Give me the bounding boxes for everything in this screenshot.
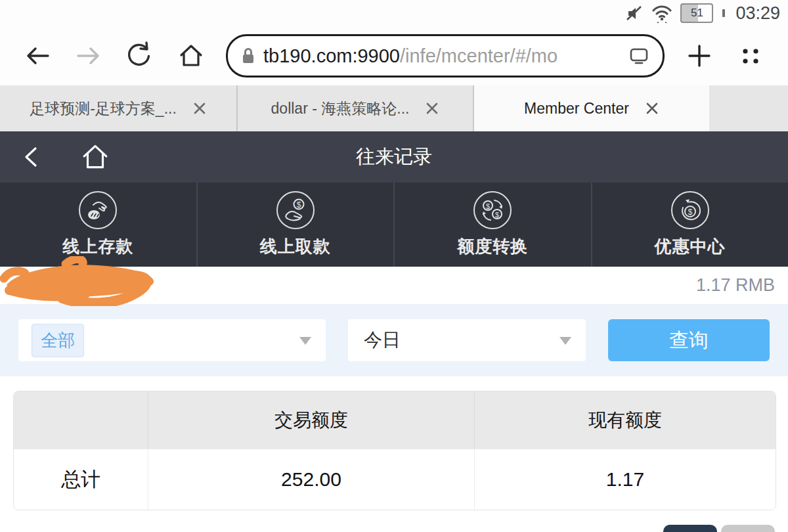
- header-cell-transaction: 交易额度: [148, 391, 475, 449]
- deposit-icon: [79, 191, 117, 229]
- forward-arrow-icon: [74, 41, 103, 70]
- tab-title: dollar - 海燕策略论...: [271, 99, 410, 119]
- close-icon[interactable]: [192, 101, 207, 116]
- reload-button[interactable]: [125, 41, 155, 71]
- nav-label: 优惠中心: [655, 235, 726, 258]
- desktop-site-icon: [628, 47, 649, 65]
- home-icon: [177, 41, 206, 70]
- back-arrow-icon: [23, 41, 52, 70]
- summary-table: 交易额度 现有额度 总计 252.00 1.17: [13, 391, 776, 510]
- tab-title: Member Center: [524, 100, 629, 118]
- pagination-button-dark[interactable]: [663, 525, 717, 532]
- url-path: /infe/mcenter/#/mo: [400, 45, 558, 66]
- battery-indicator: 51: [680, 3, 713, 23]
- tab-dollar[interactable]: dollar - 海燕策略论...: [236, 85, 473, 131]
- transfer-icon: $ $: [473, 191, 512, 229]
- menu-dots-icon: [737, 43, 764, 69]
- tab-strip: 足球预测-足球方案_... dollar - 海燕策略论... Member C…: [0, 85, 788, 131]
- new-tab-button[interactable]: [684, 41, 714, 71]
- url-bar[interactable]: tb190.com:9900/infe/mcenter/#/mo: [226, 34, 665, 78]
- close-icon[interactable]: [645, 101, 659, 116]
- date-select[interactable]: 今日: [348, 319, 586, 361]
- reload-icon: [125, 41, 154, 70]
- clock: 03:29: [735, 3, 780, 24]
- lock-icon: [241, 47, 255, 65]
- home-button[interactable]: [176, 41, 206, 71]
- total-label: 总计: [14, 449, 148, 510]
- transaction-amount: 252.00: [148, 449, 475, 510]
- desktop-site-button[interactable]: [628, 47, 649, 65]
- nav-label: 线上存款: [62, 235, 133, 258]
- header-cell-current: 现有额度: [475, 391, 776, 449]
- date-value: 今日: [364, 328, 401, 353]
- current-amount: 1.17: [475, 449, 776, 510]
- close-icon[interactable]: [425, 101, 439, 116]
- status-bar: 51 03:29: [0, 0, 788, 26]
- nav-label: 线上取款: [260, 235, 331, 258]
- svg-text:$: $: [495, 211, 499, 219]
- account-row: 1.17 RMB: [0, 267, 788, 304]
- mute-icon: [625, 4, 644, 22]
- nav-deposit-button[interactable]: 线上存款: [0, 183, 196, 267]
- tab-football[interactable]: 足球预测-足球方案_...: [0, 85, 236, 131]
- balance-amount: 1.17 RMB: [696, 275, 775, 296]
- url-text: tb190.com:9900/infe/mcenter/#/mo: [263, 45, 558, 67]
- url-host: tb190.com:9900: [263, 45, 400, 66]
- screen: 51 03:29: [0, 0, 788, 532]
- header-cell-empty: [14, 391, 148, 449]
- table-header-row: 交易额度 现有额度: [14, 391, 776, 449]
- tabs-menu-button[interactable]: [735, 41, 766, 71]
- tab-member-center[interactable]: Member Center: [473, 85, 709, 131]
- withdraw-icon: $: [276, 191, 315, 229]
- back-button[interactable]: [22, 41, 53, 71]
- nav-withdraw-button[interactable]: $ 线上取款: [196, 183, 394, 267]
- filter-bar: 全部 今日 查询: [0, 304, 788, 376]
- battery-level: 51: [691, 7, 703, 20]
- page-header: 往来记录: [0, 131, 788, 183]
- pagination-button-gray[interactable]: [721, 525, 775, 532]
- nav-transfer-button[interactable]: $ $ 额度转换: [393, 183, 591, 267]
- browser-toolbar: tb190.com:9900/infe/mcenter/#/mo: [0, 26, 788, 85]
- wifi-icon: [651, 3, 672, 23]
- content-area: 交易额度 现有额度 总计 252.00 1.17: [0, 376, 788, 532]
- svg-text:$: $: [688, 208, 692, 217]
- page-title: 往来记录: [0, 144, 788, 170]
- chevron-down-icon: [299, 337, 311, 345]
- nav-row: 线上存款 $ 线上取款 $ $: [0, 183, 788, 267]
- nav-label: 额度转换: [457, 235, 528, 258]
- forward-button[interactable]: [74, 41, 104, 71]
- search-button[interactable]: 查询: [608, 319, 770, 361]
- chevron-down-icon: [559, 337, 571, 345]
- table-row: 总计 252.00 1.17: [14, 449, 776, 510]
- plus-icon: [686, 42, 713, 70]
- battery-nub: [722, 9, 725, 17]
- promo-icon: $: [671, 191, 709, 229]
- svg-text:$: $: [486, 202, 490, 210]
- tab-title: 足球预测-足球方案_...: [30, 99, 177, 119]
- type-chip: 全部: [32, 324, 84, 357]
- svg-text:$: $: [296, 200, 301, 210]
- type-select[interactable]: 全部: [18, 319, 326, 361]
- nav-promo-button[interactable]: $ 优惠中心: [591, 183, 788, 267]
